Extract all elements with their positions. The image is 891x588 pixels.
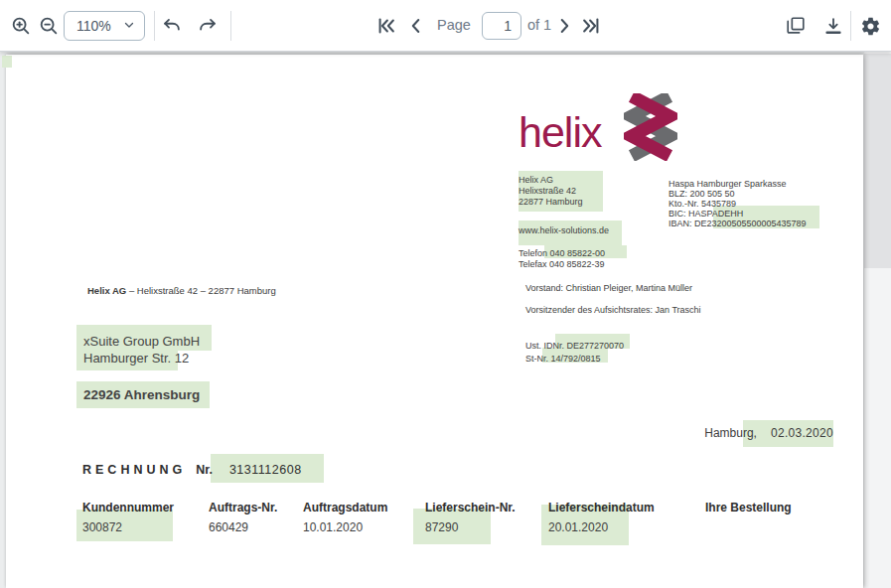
vertical-scrollbar-thumb[interactable]: [864, 54, 891, 268]
company-city: 22877 Hamburg: [519, 197, 583, 208]
zoom-in-button[interactable]: [9, 14, 33, 38]
invoice-title: RECHNUNG: [82, 463, 186, 477]
column-header: Auftragsdatum: [303, 501, 387, 514]
toolbar-divider: [154, 11, 155, 41]
company-name: Helix AG: [519, 175, 583, 186]
settings-button[interactable]: [858, 14, 882, 38]
document-page: helix Helix AG Helixstraße 42 22877 Hamb…: [6, 55, 863, 588]
document-date: 02.03.2020: [771, 426, 833, 440]
sender-line: Helix AG – Helixstraße 42 – 22877 Hambur…: [87, 285, 276, 296]
place-date-line: Hamburg,02.03.2020: [704, 426, 833, 440]
helix-logo-wordmark: helix: [519, 111, 601, 154]
bank-details-block: Haspa Hamburger Sparkasse BLZ: 200 505 5…: [668, 179, 807, 228]
next-page-button[interactable]: [552, 14, 576, 38]
bank-name: Haspa Hamburger Sparkasse: [668, 179, 807, 189]
vertical-scrollbar-track[interactable]: [864, 52, 891, 588]
download-icon: [822, 15, 844, 37]
previous-page-icon: [405, 15, 427, 37]
vat-id-line: Ust. IDNr. DE277270070: [525, 340, 624, 353]
company-website: www.helix-solutions.de: [519, 225, 609, 236]
company-street: Helixstraße 42: [519, 186, 583, 197]
column-header: Kundennummer: [82, 501, 174, 514]
download-button[interactable]: [821, 14, 845, 38]
toolbar-divider: [230, 11, 231, 41]
zoom-in-icon: [10, 15, 32, 37]
page-label: Page: [437, 17, 471, 33]
board-line: Vorstand: Christian Pleiger, Martina Mül…: [525, 283, 692, 293]
undo-button[interactable]: [160, 14, 184, 38]
place-label: Hamburg,: [704, 426, 757, 440]
delivery-note-date-value: 20.01.2020: [548, 520, 608, 534]
sender-rest: – Helixstraße 42 – 22877 Hamburg: [126, 285, 276, 296]
customer-number-value: 300872: [82, 520, 122, 534]
column-header: Ihre Bestellung: [705, 501, 792, 514]
phone-line: Telefon 040 85822-00: [519, 248, 605, 259]
bank-account: Kto.-Nr. 5435789: [668, 199, 807, 209]
highlight-page-corner[interactable]: [2, 56, 12, 68]
bank-bic: BIC: HASPADEHH: [668, 209, 807, 219]
toolbar: 110% Page of 1: [0, 0, 891, 52]
invoice-title-row: RECHNUNGNr.3131112608: [82, 463, 302, 477]
chairman-line: Vorsitzender des Aufsichtsrates: Jan Tra…: [525, 305, 701, 315]
bank-iban: IBAN: DE23200505500005435789: [668, 219, 807, 228]
order-number-value: 660429: [209, 520, 248, 534]
pdf-viewer: 110% Page of 1: [0, 0, 891, 588]
column-header: Auftrags-Nr.: [209, 501, 277, 514]
toolbar-divider: [850, 11, 851, 41]
redo-icon: [197, 15, 219, 37]
page-count-label: of 1: [527, 17, 551, 33]
previous-page-button[interactable]: [404, 14, 428, 38]
delivery-note-number-value: 87290: [425, 520, 458, 534]
company-address-block: Helix AG Helixstraße 42 22877 Hamburg: [519, 175, 583, 208]
first-page-icon: [375, 15, 397, 37]
zoom-out-button[interactable]: [37, 14, 61, 38]
last-page-icon: [580, 15, 602, 37]
gear-icon: [860, 16, 881, 37]
invoice-number: 3131112608: [229, 463, 302, 477]
sender-company: Helix AG: [87, 285, 126, 296]
column-header: Lieferschein-Nr.: [425, 501, 516, 514]
undo-icon: [161, 15, 183, 37]
zoom-out-icon: [38, 15, 60, 37]
helix-logo-icon: [624, 93, 677, 165]
column-header: Lieferscheindatum: [548, 501, 655, 514]
invoice-nr-label: Nr.: [196, 463, 213, 477]
recipient-city: 22926 Ahrensburg: [83, 387, 200, 402]
duplicate-view-icon: [785, 15, 807, 37]
next-page-icon: [553, 15, 575, 37]
redo-button[interactable]: [196, 14, 220, 38]
fax-line: Telefax 040 85822-39: [519, 259, 605, 270]
page-number-input[interactable]: [482, 12, 521, 40]
last-page-button[interactable]: [579, 14, 603, 38]
first-page-button[interactable]: [374, 14, 398, 38]
zoom-level-value: 110%: [76, 18, 111, 34]
chevron-down-icon: [123, 18, 135, 34]
recipient-street: Hamburger Str. 12: [83, 351, 189, 366]
zoom-level-select[interactable]: 110%: [64, 11, 145, 41]
bank-blz: BLZ: 200 505 50: [668, 189, 807, 199]
recipient-name: xSuite Group GmbH: [83, 334, 200, 349]
tax-block: Ust. IDNr. DE277270070 St-Nr. 14/792/081…: [525, 340, 624, 366]
order-date-value: 10.01.2020: [303, 520, 363, 534]
company-phones: Telefon 040 85822-00 Telefax 040 85822-3…: [519, 248, 605, 270]
duplicate-view-button[interactable]: [784, 14, 808, 38]
tax-number-line: St-Nr. 14/792/0815: [525, 353, 624, 366]
